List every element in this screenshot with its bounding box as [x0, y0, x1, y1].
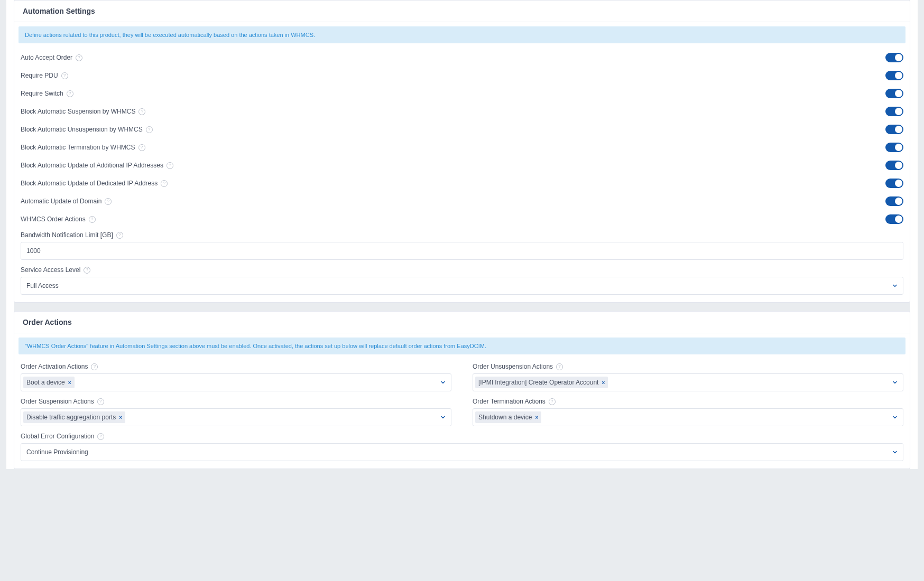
order-actions-title: Order Actions: [14, 312, 910, 333]
order-unsuspension-label: Order Unsuspension Actions: [473, 363, 553, 370]
service-access-value: Full Access: [26, 282, 59, 289]
toggle-label: Require Switch: [21, 90, 63, 97]
tag-label: [IPMI Integration] Create Operator Accou…: [478, 379, 598, 386]
help-icon[interactable]: ?: [89, 216, 96, 223]
help-icon[interactable]: ?: [91, 363, 98, 370]
global-error-group: Global Error Configuration ? Continue Pr…: [19, 429, 905, 464]
toggle-switch-auto-update-domain[interactable]: [885, 196, 903, 206]
tag-remove-icon[interactable]: ×: [68, 380, 71, 386]
toggle-label: Automatic Update of Domain: [21, 198, 101, 205]
toggle-row-block-auto-unsuspension: Block Automatic Unsuspension by WHMCS?: [19, 120, 905, 138]
help-icon[interactable]: ?: [76, 54, 82, 61]
help-icon[interactable]: ?: [116, 232, 123, 239]
bandwidth-limit-group: Bandwidth Notification Limit [GB] ?: [19, 228, 905, 263]
order-termination-label: Order Termination Actions: [473, 398, 546, 405]
order-suspension-group: Order Suspension Actions ? Disable traff…: [19, 395, 454, 429]
help-icon[interactable]: ?: [97, 433, 104, 440]
toggle-label: Require PDU: [21, 72, 58, 79]
toggle-label: Block Automatic Update of Additional IP …: [21, 162, 163, 169]
help-icon[interactable]: ?: [146, 126, 153, 133]
toggle-label: Auto Accept Order: [21, 54, 72, 61]
automation-settings-panel: Automation Settings Define actions relat…: [14, 0, 910, 303]
automation-info-banner: Define actions related to this product, …: [19, 26, 905, 43]
order-activation-label: Order Activation Actions: [21, 363, 88, 370]
global-error-label: Global Error Configuration: [21, 433, 94, 440]
bandwidth-limit-input[interactable]: [21, 242, 903, 260]
global-error-select[interactable]: Continue Provisioning: [21, 443, 903, 461]
tag-label: Shutdown a device: [478, 414, 532, 421]
order-unsuspension-select[interactable]: [IPMI Integration] Create Operator Accou…: [473, 373, 903, 391]
toggle-row-require-switch: Require Switch?: [19, 85, 905, 102]
help-icon[interactable]: ?: [84, 267, 90, 274]
help-icon[interactable]: ?: [138, 108, 145, 115]
toggle-row-block-auto-update-dedicated-ip: Block Automatic Update of Dedicated IP A…: [19, 174, 905, 192]
tag-remove-icon[interactable]: ×: [119, 415, 122, 420]
help-icon[interactable]: ?: [138, 144, 145, 151]
help-icon[interactable]: ?: [67, 90, 73, 97]
toggle-label: WHMCS Order Actions: [21, 215, 86, 223]
global-error-value: Continue Provisioning: [26, 448, 88, 456]
service-access-select[interactable]: Full Access: [21, 277, 903, 295]
service-access-label: Service Access Level: [21, 266, 80, 274]
help-icon[interactable]: ?: [61, 72, 68, 79]
tag-label: Boot a device: [26, 379, 65, 386]
help-icon[interactable]: ?: [549, 398, 556, 405]
help-icon[interactable]: ?: [556, 363, 563, 370]
toggle-switch-block-auto-termination[interactable]: [885, 143, 903, 152]
order-suspension-select[interactable]: Disable traffic aggregation ports ×: [21, 408, 451, 426]
order-unsuspension-group: Order Unsuspension Actions ? [IPMI Integ…: [470, 360, 905, 395]
automation-settings-title: Automation Settings: [14, 1, 910, 22]
tag: Boot a device ×: [23, 377, 75, 388]
help-icon[interactable]: ?: [161, 180, 168, 187]
help-icon[interactable]: ?: [167, 162, 173, 169]
order-termination-select[interactable]: Shutdown a device ×: [473, 408, 903, 426]
order-activation-select[interactable]: Boot a device ×: [21, 373, 451, 391]
toggle-switch-require-pdu[interactable]: [885, 71, 903, 80]
tag: Shutdown a device ×: [475, 411, 541, 423]
tag-remove-icon[interactable]: ×: [602, 380, 605, 386]
toggle-label: Block Automatic Termination by WHMCS: [21, 144, 135, 151]
toggle-switch-block-auto-suspension[interactable]: [885, 107, 903, 116]
toggle-row-block-auto-suspension: Block Automatic Suspension by WHMCS?: [19, 102, 905, 120]
service-access-group: Service Access Level ? Full Access: [19, 263, 905, 298]
toggle-row-auto-update-domain: Automatic Update of Domain?: [19, 192, 905, 210]
toggle-switch-block-auto-unsuspension[interactable]: [885, 125, 903, 134]
toggle-switch-auto-accept-order[interactable]: [885, 53, 903, 62]
order-suspension-label: Order Suspension Actions: [21, 398, 94, 405]
order-activation-group: Order Activation Actions ? Boot a device…: [19, 360, 454, 395]
toggle-switch-block-auto-update-dedicated-ip[interactable]: [885, 179, 903, 188]
tag: [IPMI Integration] Create Operator Accou…: [475, 377, 608, 388]
help-icon[interactable]: ?: [97, 398, 104, 405]
tag-remove-icon[interactable]: ×: [535, 415, 538, 420]
help-icon[interactable]: ?: [105, 198, 112, 205]
tag-label: Disable traffic aggregation ports: [26, 414, 116, 421]
toggle-row-require-pdu: Require PDU?: [19, 67, 905, 85]
order-actions-panel: Order Actions "WHMCS Order Actions" feat…: [14, 311, 910, 469]
toggle-switch-require-switch[interactable]: [885, 89, 903, 98]
toggle-switch-block-auto-update-additional-ip[interactable]: [885, 161, 903, 170]
toggle-row-block-auto-update-additional-ip: Block Automatic Update of Additional IP …: [19, 156, 905, 174]
toggle-row-auto-accept-order: Auto Accept Order?: [19, 49, 905, 67]
tag: Disable traffic aggregation ports ×: [23, 411, 125, 423]
bandwidth-limit-label: Bandwidth Notification Limit [GB]: [21, 231, 113, 239]
toggle-row-block-auto-termination: Block Automatic Termination by WHMCS?: [19, 138, 905, 156]
toggle-row-whmcs-order-actions: WHMCS Order Actions?: [19, 210, 905, 228]
toggle-label: Block Automatic Suspension by WHMCS: [21, 108, 135, 115]
order-termination-group: Order Termination Actions ? Shutdown a d…: [470, 395, 905, 429]
toggle-label: Block Automatic Update of Dedicated IP A…: [21, 180, 158, 187]
order-actions-info-banner: "WHMCS Order Actions" feature in Automat…: [19, 338, 905, 354]
toggle-switch-whmcs-order-actions[interactable]: [885, 214, 903, 224]
toggle-label: Block Automatic Unsuspension by WHMCS: [21, 126, 143, 133]
